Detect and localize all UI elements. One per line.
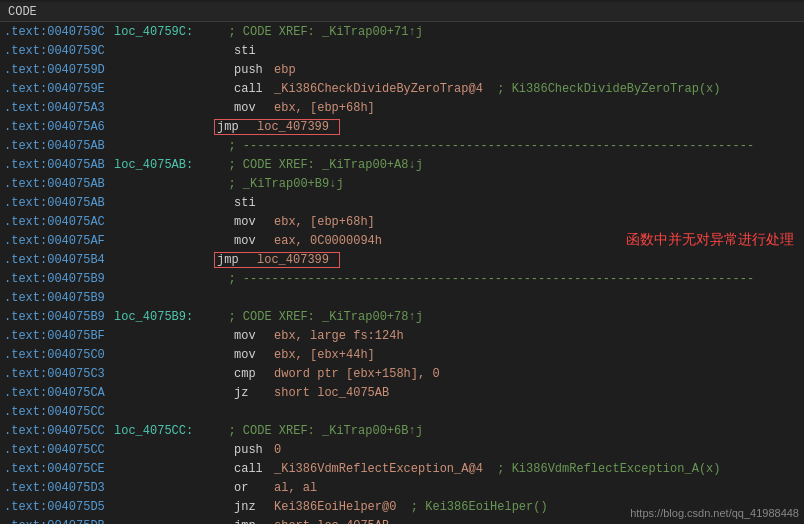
- mnemonic: mov: [214, 234, 274, 248]
- label: loc_40759C:: [114, 25, 214, 39]
- code-line: .text:004075A3movebx, [ebp+68h]: [0, 98, 804, 117]
- code-line: .text:004075A6jmploc_407399: [0, 117, 804, 136]
- comment: ; Ki386VdmReflectException_A(x): [483, 462, 721, 476]
- code-line: .text:004075B9 ; -----------------------…: [0, 269, 804, 288]
- address: .text:004075AF: [4, 234, 114, 248]
- address: .text:004075D3: [4, 481, 114, 495]
- comment: ; Ki386CheckDivideByZeroTrap(x): [483, 82, 721, 96]
- address: .text:0040759D: [4, 63, 114, 77]
- address: .text:004075AB: [4, 177, 114, 191]
- operand: loc_407399: [257, 120, 337, 134]
- address: .text:004075B9: [4, 272, 114, 286]
- address: .text:004075A6: [4, 120, 114, 134]
- mnemonic: jz: [214, 386, 274, 400]
- operand: Kei386EoiHelper@0: [274, 500, 396, 514]
- mnemonic: call: [214, 462, 274, 476]
- comment: ; CODE XREF: _KiTrap00+A8↓j: [214, 158, 423, 172]
- code-line: .text:004075AB ; _KiTrap00+B9↓j: [0, 174, 804, 193]
- operand: al, al: [274, 481, 394, 495]
- mnemonic: mov: [214, 348, 274, 362]
- code-line: .text:004075CCloc_4075CC: ; CODE XREF: _…: [0, 421, 804, 440]
- address: .text:004075AB: [4, 196, 114, 210]
- address: .text:004075C0: [4, 348, 114, 362]
- address: .text:004075B4: [4, 253, 114, 267]
- code-line: .text:004075B9loc_4075B9: ; CODE XREF: _…: [0, 307, 804, 326]
- address: .text:0040759C: [4, 25, 114, 39]
- address: .text:004075C3: [4, 367, 114, 381]
- address: .text:004075AB: [4, 158, 114, 172]
- address: .text:004075CA: [4, 386, 114, 400]
- comment: ; CODE XREF: _KiTrap00+78↑j: [214, 310, 423, 324]
- mnemonic: jnz: [214, 500, 274, 514]
- code-line: .text:0040759Ecall_Ki386CheckDivideByZer…: [0, 79, 804, 98]
- operand: ebx, [ebp+68h]: [274, 215, 394, 229]
- operand: _Ki386VdmReflectException_A@4: [274, 462, 483, 476]
- operand: ebp: [274, 63, 394, 77]
- comment: ; Kei386EoiHelper(): [396, 500, 547, 514]
- mnemonic: jmp: [217, 120, 257, 134]
- mnemonic: or: [214, 481, 274, 495]
- label: loc_4075B9:: [114, 310, 214, 324]
- mnemonic: sti: [214, 44, 274, 58]
- mnemonic: cmp: [214, 367, 274, 381]
- comment: ; --------------------------------------…: [214, 272, 754, 286]
- code-line: .text:0040759Cloc_40759C: ; CODE XREF: _…: [0, 22, 804, 41]
- code-line: .text:004075CCpush0: [0, 440, 804, 459]
- code-line: .text:004075CAjzshort loc_4075AB: [0, 383, 804, 402]
- comment: ; CODE XREF: _KiTrap00+71↑j: [214, 25, 423, 39]
- mnemonic: push: [214, 63, 274, 77]
- code-line: .text:004075ABsti: [0, 193, 804, 212]
- address: .text:004075CC: [4, 405, 114, 419]
- code-line: .text:0040759Dpushebp: [0, 60, 804, 79]
- label: loc_4075AB:: [114, 158, 214, 172]
- annotation-label: 函数中并无对异常进行处理: [626, 231, 794, 249]
- code-lines-container: .text:0040759Cloc_40759C: ; CODE XREF: _…: [0, 22, 804, 524]
- code-line: .text:004075B4jmploc_407399: [0, 250, 804, 269]
- label: loc_4075CC:: [114, 424, 214, 438]
- jmp-boxed: jmploc_407399: [214, 119, 340, 135]
- address: .text:004075CC: [4, 443, 114, 457]
- address: .text:004075DB: [4, 519, 114, 525]
- code-line: .text:004075C0movebx, [ebx+44h]: [0, 345, 804, 364]
- address: .text:004075CE: [4, 462, 114, 476]
- code-line: .text:004075C3cmpdword ptr [ebx+158h], 0: [0, 364, 804, 383]
- mnemonic: push: [214, 443, 274, 457]
- address: .text:004075A3: [4, 101, 114, 115]
- address: .text:004075AB: [4, 139, 114, 153]
- address: .text:0040759C: [4, 44, 114, 58]
- address: .text:004075B9: [4, 291, 114, 305]
- address: .text:004075BF: [4, 329, 114, 343]
- code-view: CODE .text:0040759Cloc_40759C: ; CODE XR…: [0, 0, 804, 524]
- operand: ebx, large fs:124h: [274, 329, 404, 343]
- operand: ebx, [ebp+68h]: [274, 101, 394, 115]
- operand: ebx, [ebx+44h]: [274, 348, 394, 362]
- code-line: .text:004075D3oral, al: [0, 478, 804, 497]
- address: .text:0040759E: [4, 82, 114, 96]
- comment: ; _KiTrap00+B9↓j: [214, 177, 344, 191]
- mnemonic: mov: [214, 101, 274, 115]
- code-line: .text:004075B9: [0, 288, 804, 307]
- header-text: CODE: [8, 5, 37, 19]
- address: .text:004075AC: [4, 215, 114, 229]
- code-line: .text:004075ABloc_4075AB: ; CODE XREF: _…: [0, 155, 804, 174]
- mnemonic: mov: [214, 215, 274, 229]
- code-line: .text:004075BFmovebx, large fs:124h: [0, 326, 804, 345]
- watermark: https://blog.csdn.net/qq_41988448: [630, 507, 799, 519]
- operand: dword ptr [ebx+158h], 0: [274, 367, 440, 381]
- mnemonic: call: [214, 82, 274, 96]
- address: .text:004075CC: [4, 424, 114, 438]
- mnemonic: mov: [214, 329, 274, 343]
- mnemonic: jmp: [217, 253, 257, 267]
- operand: short loc_4075AB: [274, 386, 394, 400]
- code-line: .text:0040759Csti: [0, 41, 804, 60]
- operand: 0: [274, 443, 394, 457]
- operand: short loc_4075AB: [274, 519, 394, 525]
- code-line: .text:004075CEcall_Ki386VdmReflectExcept…: [0, 459, 804, 478]
- mnemonic: sti: [214, 196, 274, 210]
- code-line: .text:004075ACmovebx, [ebp+68h]: [0, 212, 804, 231]
- code-line: .text:004075AB ; -----------------------…: [0, 136, 804, 155]
- mnemonic: jmp: [214, 519, 274, 525]
- address: .text:004075B9: [4, 310, 114, 324]
- jmp-boxed: jmploc_407399: [214, 252, 340, 268]
- operand: loc_407399: [257, 253, 337, 267]
